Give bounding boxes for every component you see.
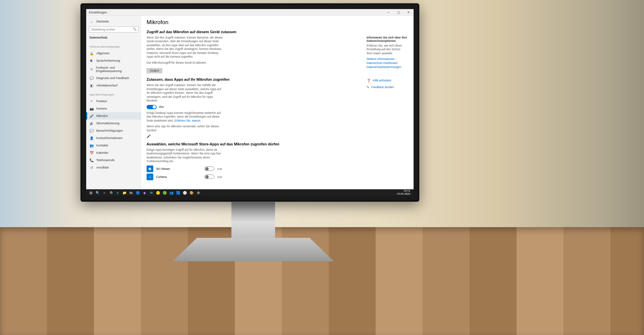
change-button[interactable]: Ändern <box>147 68 162 73</box>
teams-icon[interactable]: 👥 <box>168 189 175 196</box>
sidebar-item-spracherkennung[interactable]: 🗣Spracherkennung <box>86 57 141 64</box>
voice-icon: 🔊 <box>90 121 94 125</box>
app-state: Aus <box>217 175 222 179</box>
section2-desc: Wenn Sie den Zugriff zulassen, können Si… <box>147 83 224 103</box>
chrome-icon[interactable]: 🔵 <box>135 189 141 196</box>
sidebar-item-label: Anrufliste <box>96 166 109 169</box>
sidebar-section-windows: Windows-Berechtigungen <box>86 41 141 50</box>
search-box[interactable]: 🔍 <box>89 26 139 32</box>
app-toggle-cortana[interactable] <box>204 175 214 179</box>
sidebar-item-label: Aktivitätsverlauf <box>96 84 117 87</box>
app-name: 3D-Viewer <box>156 167 202 171</box>
sidebar-item-kamera[interactable]: 📷Kamera <box>86 105 141 112</box>
calendar-icon: 📅 <box>90 151 94 155</box>
apps-access-toggle-label: Ein <box>159 105 164 109</box>
section1-status: Der Mikrofonzugriff für dieses Gerät ist… <box>147 61 224 65</box>
window-title: Einstellungen <box>86 11 383 14</box>
monitor-bezel: Einstellungen ─ ▢ ✕ ⌂ Startseite <box>80 3 419 202</box>
sidebar-item-label: Benachrichtigungen <box>96 129 123 132</box>
sidebar-item-freihand[interactable]: ✎Freihand- und Eingabeanpassung <box>86 64 141 74</box>
apps-access-toggle[interactable] <box>147 105 157 109</box>
learn-why-link[interactable]: Erfahren Sie, warum <box>174 119 200 122</box>
link-more-info[interactable]: Weitere Informationen <box>367 57 407 61</box>
info-heading: Informieren Sie sich über Ihre Datenschu… <box>367 36 407 43</box>
app-icon[interactable]: 🟢 <box>161 189 168 196</box>
sidebar-item-allgemein[interactable]: 🔒Allgemein <box>86 50 141 57</box>
app-row-cortana: ○ Cortana Aus <box>147 174 222 180</box>
sidebar-home[interactable]: ⌂ Startseite <box>86 18 141 25</box>
account-icon: 👤 <box>90 136 94 140</box>
sidebar-item-telefonanrufe[interactable]: 📞Telefonanrufe <box>86 156 141 164</box>
sidebar-item-kontoinformationen[interactable]: 👤Kontoinformationen <box>86 134 141 142</box>
feedback-icon: ✎ <box>367 85 369 89</box>
minimize-button[interactable]: ─ <box>383 9 393 16</box>
desk-surface <box>0 227 644 335</box>
edge-icon[interactable]: e <box>114 189 121 196</box>
sidebar-item-label: Diagnose und Feedback <box>96 76 129 80</box>
sidebar-item-mikrofon[interactable]: 🎤Mikrofon <box>86 112 141 120</box>
sidebar-item-position[interactable]: ⌖Position <box>86 97 141 105</box>
app2-icon[interactable]: 🟦 <box>175 189 181 196</box>
taskview-button[interactable]: ⧉ <box>108 189 114 196</box>
link-privacy-dashboard[interactable]: Datenschutz-Dashboard <box>367 61 407 65</box>
search-button[interactable]: 🔍 <box>94 189 101 196</box>
sidebar-item-kalender[interactable]: 📅Kalender <box>86 149 141 156</box>
app-icon-3dviewer: ◉ <box>147 165 153 172</box>
screen: Einstellungen ─ ▢ ✕ ⌂ Startseite <box>86 9 414 196</box>
main-content: Mikrofon Zugriff auf das Mikrofon auf di… <box>141 16 414 189</box>
sidebar-item-label: Kontoinformationen <box>96 136 122 140</box>
info-desc: Erfahren Sie, wie sich diese Einstellung… <box>367 44 407 55</box>
monitor-stand-neck <box>231 202 275 242</box>
sidebar-item-stimmaktivierung[interactable]: 🔊Stimmaktivierung <box>86 120 141 127</box>
sidebar-item-label: Freihand- und Eingabeanpassung <box>96 66 138 73</box>
feedback-link[interactable]: ✎Feedback senden <box>367 85 407 89</box>
section2-note: Einige Desktop-Apps können möglicherweis… <box>147 111 224 123</box>
mail-icon[interactable]: ✉ <box>148 189 155 196</box>
apps-access-toggle-row: Ein <box>147 105 407 109</box>
search-input[interactable] <box>89 26 139 32</box>
sidebar-item-benachrichtigungen[interactable]: 💬Benachrichtigungen <box>86 127 141 134</box>
mic-symbol-text: Wenn eine App Ihr Mikrofon verwendet, se… <box>147 125 224 132</box>
close-button[interactable]: ✕ <box>404 9 414 16</box>
info-pane: Informieren Sie sich über Ihre Datenschu… <box>367 36 407 91</box>
sidebar-item-diagnose[interactable]: 💬Diagnose und Feedback <box>86 74 141 82</box>
sidebar-item-anrufliste[interactable]: ↺Anrufliste <box>86 164 141 171</box>
help-icon: ❓ <box>367 79 371 82</box>
sidebar-item-label: Telefonanrufe <box>96 158 115 162</box>
app3-icon[interactable]: ⚪ <box>181 189 188 196</box>
sidebar-item-label: Mikrofon <box>96 114 108 118</box>
sidebar-item-label: Spracherkennung <box>96 59 120 62</box>
app4-icon[interactable]: 🎨 <box>188 189 195 196</box>
store-icon[interactable]: 🛍 <box>128 189 135 196</box>
sidebar-category[interactable]: Datenschutz <box>86 34 141 41</box>
window-titlebar: Einstellungen ─ ▢ ✕ <box>86 9 414 16</box>
vs-icon[interactable]: ◆ <box>141 189 148 196</box>
settings-icon[interactable]: ⚙ <box>195 189 202 196</box>
cortana-button[interactable]: ○ <box>101 189 108 196</box>
sidebar: ⌂ Startseite 🔍 Datenschutz Windows-Berec… <box>86 16 141 189</box>
monitor: Einstellungen ─ ▢ ✕ ⌂ Startseite <box>80 3 426 202</box>
window-body: ⌂ Startseite 🔍 Datenschutz Windows-Berec… <box>86 16 414 189</box>
taskbar-clock[interactable]: 15:12 15.04.2020 <box>397 190 412 196</box>
maximize-button[interactable]: ▢ <box>393 9 404 16</box>
app-row-3dviewer: ◉ 3D-Viewer Aus <box>147 165 222 172</box>
search-icon: 🔍 <box>133 27 137 31</box>
lock-icon: 🔒 <box>90 51 94 55</box>
section3-desc: Einige Apps benötigen Zugriff auf Ihr Mi… <box>147 148 224 163</box>
section1-heading: Zugriff auf das Mikrofon auf diesem Gerä… <box>147 30 407 34</box>
help-link[interactable]: ❓Hilfe anfordern <box>367 78 407 83</box>
sidebar-item-aktivitaet[interactable]: ◧Aktivitätsverlauf <box>86 82 141 89</box>
link-privacy-statement[interactable]: Datenschutzbestimmungen <box>367 65 407 69</box>
callhistory-icon: ↺ <box>90 165 94 170</box>
chrome2-icon[interactable]: 🟡 <box>155 189 161 196</box>
sidebar-item-label: Kontakte <box>96 144 108 147</box>
explorer-icon[interactable]: 📁 <box>121 189 128 196</box>
app-toggle-3dviewer[interactable] <box>204 166 214 171</box>
app-state: Aus <box>217 167 222 171</box>
sidebar-item-kontakte[interactable]: 👥Kontakte <box>86 142 141 149</box>
sidebar-item-label: Kalender <box>96 151 108 154</box>
taskbar: ⊞ 🔍 ○ ⧉ e 📁 🛍 🔵 ◆ ✉ 🟡 🟢 👥 🟦 ⚪ 🎨 <box>86 189 414 196</box>
start-button[interactable]: ⊞ <box>88 189 94 196</box>
page-title: Mikrofon <box>147 19 407 26</box>
camera-icon: 📷 <box>90 107 94 111</box>
